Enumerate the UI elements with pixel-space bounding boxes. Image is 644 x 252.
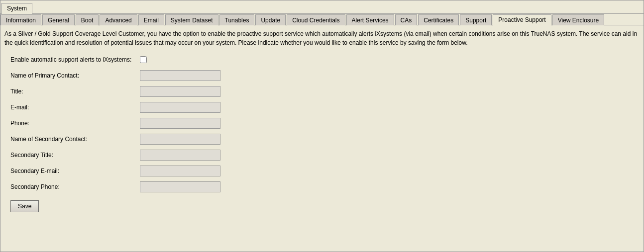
secondary-contact-row: Name of Secondary Contact: [10, 134, 634, 145]
tab-email[interactable]: Email [138, 14, 164, 25]
main-window: System Information General Boot Advanced… [0, 0, 644, 252]
tab-proactive-support[interactable]: Proactive Support [493, 14, 551, 25]
primary-contact-input[interactable] [140, 70, 220, 81]
tab-tunables[interactable]: Tunables [219, 14, 255, 25]
secondary-phone-row: Secondary Phone: [10, 181, 634, 192]
secondary-email-label: Secondary E-mail: [10, 168, 140, 174]
phone-input[interactable] [140, 118, 220, 129]
tab-general[interactable]: General [42, 14, 75, 25]
secondary-phone-input[interactable] [140, 181, 220, 192]
tab-alert-services[interactable]: Alert Services [346, 14, 394, 25]
tab-system-dataset[interactable]: System Dataset [165, 14, 218, 25]
secondary-contact-label: Name of Secondary Contact: [10, 136, 140, 143]
content-area: As a Silver / Gold Support Coverage Leve… [0, 25, 644, 217]
title-input[interactable] [140, 86, 220, 97]
tab-system[interactable]: System [1, 3, 32, 14]
secondary-email-row: Secondary E-mail: [10, 166, 634, 176]
secondary-title-label: Secondary Title: [10, 152, 140, 159]
email-input[interactable] [140, 102, 220, 113]
description-text: As a Silver / Gold Support Coverage Leve… [0, 25, 644, 51]
enable-row: Enable automatic support alerts to iXsys… [10, 56, 634, 63]
tab-view-enclosure[interactable]: View Enclosure [552, 14, 605, 25]
primary-contact-label: Name of Primary Contact: [10, 72, 140, 79]
tab-boot[interactable]: Boot [76, 14, 99, 25]
enable-checkbox[interactable] [140, 56, 147, 63]
secondary-contact-input[interactable] [140, 134, 220, 145]
phone-label: Phone: [10, 120, 140, 127]
tab-bar: System [0, 0, 644, 14]
phone-row: Phone: [10, 118, 634, 129]
email-row: E-mail: [10, 102, 634, 113]
button-row: Save [10, 197, 634, 212]
title-row: Title: [10, 86, 634, 97]
secondary-email-input[interactable] [140, 166, 220, 176]
secondary-title-row: Secondary Title: [10, 150, 634, 161]
enable-label: Enable automatic support alerts to iXsys… [10, 56, 140, 63]
secondary-title-input[interactable] [140, 150, 220, 161]
primary-contact-row: Name of Primary Contact: [10, 70, 634, 81]
email-label: E-mail: [10, 104, 140, 111]
tab-advanced[interactable]: Advanced [100, 14, 137, 25]
nav-tab-bar: Information General Boot Advanced Email … [0, 14, 644, 25]
secondary-phone-label: Secondary Phone: [10, 183, 140, 190]
tab-certificates[interactable]: Certificates [418, 14, 459, 25]
tab-update[interactable]: Update [255, 14, 286, 25]
form-area: Enable automatic support alerts to iXsys… [0, 51, 644, 217]
save-button[interactable]: Save [10, 200, 39, 212]
tab-support[interactable]: Support [460, 14, 492, 25]
tab-information[interactable]: Information [0, 14, 41, 25]
title-label: Title: [10, 88, 140, 95]
tab-cas[interactable]: CAs [395, 14, 418, 25]
tab-cloud-credentials[interactable]: Cloud Credentials [287, 14, 345, 25]
